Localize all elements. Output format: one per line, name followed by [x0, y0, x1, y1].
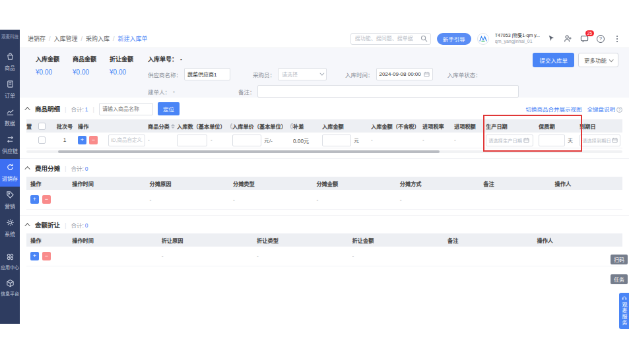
- exchange-arrows-icon: [6, 135, 15, 145]
- shelf-life-input[interactable]: [539, 135, 565, 146]
- col-price: 入库单价（基本单位）?: [232, 122, 293, 130]
- sidebar-item-label: 系统: [5, 230, 15, 237]
- row-checkbox[interactable]: [38, 136, 46, 144]
- select-all-checkbox[interactable]: [38, 123, 46, 130]
- products-links: 切换商品合并展示视图 全键盘说明?: [525, 105, 622, 113]
- add-discount-button[interactable]: +: [30, 252, 39, 260]
- sidebar-item-supply-chain[interactable]: 供应链: [0, 131, 20, 159]
- cycle-icon: [6, 163, 15, 173]
- locate-button[interactable]: 定位: [158, 102, 180, 115]
- collapse-icon[interactable]: [24, 166, 30, 171]
- inbound-time-picker[interactable]: 2024-09-08 00:00: [376, 68, 433, 80]
- headset-icon: [622, 295, 627, 301]
- delete-row-button[interactable]: −: [89, 136, 98, 144]
- fees-row: + − - - - -: [26, 190, 622, 210]
- add-row-button[interactable]: +: [78, 136, 86, 144]
- sidebar-item-data[interactable]: 数据: [0, 104, 20, 131]
- more-menu-icon[interactable]: [612, 34, 622, 44]
- sidebar-item-label: 信息平台: [1, 290, 19, 297]
- avatar[interactable]: [477, 33, 489, 45]
- invite-user-icon[interactable]: [562, 34, 573, 44]
- fees-section-header: 费用分摊 | 合计:0: [20, 159, 629, 177]
- shelf-unit: 天: [568, 136, 573, 144]
- content-area: 商品明细 | 合计:1 | 定位 切换商品合并展示视图 全键盘说明?: [20, 98, 629, 324]
- sidebar-item-marketing[interactable]: 营销: [0, 187, 20, 214]
- collapse-icon[interactable]: [24, 107, 30, 112]
- status-label: 入库单状态：: [447, 71, 481, 78]
- more-actions-button[interactable]: 更多功能: [578, 53, 618, 67]
- app-center-icon: [6, 253, 15, 262]
- discount-reason: -: [158, 253, 253, 260]
- breadcrumb-item[interactable]: 进销存: [28, 34, 46, 43]
- sidebar-item-inventory[interactable]: 进销存: [0, 159, 20, 187]
- product-code-input[interactable]: [108, 135, 145, 146]
- batch-no: 1: [54, 137, 78, 143]
- main-area: 进销存 / 入库管理 / 采购入库 / 新建入库单 新手引导 T47053 |物…: [20, 30, 629, 324]
- breadcrumb-item[interactable]: 入库管理: [54, 34, 78, 43]
- remark-input[interactable]: [257, 85, 519, 98]
- scan-button[interactable]: 扫码: [611, 255, 628, 264]
- discounts-total: 合计:0: [71, 221, 88, 229]
- col-pin: 置: [26, 122, 38, 130]
- messages-icon[interactable]: 25: [579, 34, 589, 44]
- pointer-icon[interactable]: [546, 34, 556, 44]
- submit-inbound-button[interactable]: 提交入库单: [533, 53, 574, 67]
- buyer-select[interactable]: 请选择: [278, 68, 327, 80]
- section-title: 金额折让: [35, 220, 60, 229]
- diff-value: 0.00元: [293, 136, 322, 144]
- creator-value: -: [173, 88, 175, 95]
- due-date-picker[interactable]: 请选择到期日: [579, 135, 620, 146]
- section-title: 费用分摊: [35, 164, 60, 173]
- add-fee-button[interactable]: +: [30, 195, 39, 204]
- search-icon[interactable]: [420, 33, 428, 45]
- products-section: 商品明细 | 合计:1 | 定位 切换商品合并展示视图 全键盘说明?: [20, 98, 629, 153]
- topbar: 进销存 / 入库管理 / 采购入库 / 新建入库单 新手引导 T47053 |物…: [20, 30, 629, 48]
- breadcrumb-item[interactable]: 采购入库: [86, 34, 110, 43]
- sidebar-item-goods[interactable]: 商品: [0, 48, 20, 76]
- calendar-icon: [523, 137, 529, 143]
- col-category[interactable]: 商品分类: [148, 122, 177, 130]
- qty-input[interactable]: [177, 135, 207, 146]
- products-table-header: 置 批次号 操作 商品分类 入库数（基本单位）? 入库单: [26, 119, 622, 133]
- stat-goods-amount: 商品金额 ¥0.00: [73, 55, 96, 98]
- breadcrumb-separator: /: [49, 36, 51, 42]
- scrollbar-thumb[interactable]: [58, 150, 440, 153]
- switch-view-link[interactable]: 切换商品合并展示视图: [525, 105, 581, 113]
- task-button[interactable]: 任务: [611, 274, 628, 284]
- chevron-down-icon: [609, 57, 614, 62]
- sidebar: 观麦科技 商品 订单 数据 供应链 进销存: [0, 30, 20, 324]
- user-account: qm_yangjinhai_01: [495, 39, 540, 45]
- gear-icon: [6, 218, 15, 228]
- delete-fee-button[interactable]: −: [42, 195, 51, 204]
- price-input[interactable]: [232, 135, 261, 146]
- price-unit: 元/-: [264, 136, 273, 144]
- breadcrumb-current: 新建入库单: [118, 34, 148, 43]
- band-actions: 提交入库单 更多功能: [533, 53, 618, 67]
- guide-button[interactable]: 新手引导: [437, 33, 471, 45]
- service-ribbon[interactable]: 观麦服务: [619, 293, 629, 329]
- global-search-input[interactable]: [355, 36, 420, 42]
- sidebar-item-app-center[interactable]: 应用中心: [0, 249, 20, 275]
- amount-input[interactable]: [322, 135, 351, 146]
- product-search-input[interactable]: [99, 103, 153, 115]
- form-row-2: 建单人： - 备注：: [148, 85, 629, 98]
- user-info[interactable]: T47053 |物集1-qm y... qm_yangjinhai_01: [495, 33, 540, 45]
- sidebar-item-system[interactable]: 系统: [0, 214, 20, 242]
- prod-date-picker[interactable]: 请选择生产日期: [486, 135, 533, 146]
- goods-bag-icon: [6, 52, 15, 62]
- user-name: T47053 |物集1-qm y...: [495, 33, 540, 39]
- supplier-input[interactable]: [184, 68, 230, 80]
- col-batch: 批次号: [54, 122, 78, 130]
- help-icon[interactable]: ?: [595, 34, 606, 44]
- keyboard-guide-link[interactable]: 全键盘说明?: [587, 105, 622, 113]
- amount-stats: 入库金额 ¥0.00 商品金额 ¥0.00 折让金额 ¥0.00: [36, 55, 133, 98]
- fee-method: -: [396, 197, 479, 203]
- sidebar-item-info-platform[interactable]: 信息平台: [0, 275, 20, 301]
- form-row-1: 供应商名称： 采购员： 请选择 入库时间： 2024-09-08 00:00: [148, 68, 629, 80]
- discounts-row: + − - - -: [26, 247, 622, 266]
- sidebar-item-orders[interactable]: 订单: [0, 76, 20, 104]
- collapse-icon[interactable]: [24, 223, 30, 228]
- delete-discount-button[interactable]: −: [42, 252, 51, 260]
- app-window: 观麦科技 商品 订单 数据 供应链 进销存: [0, 30, 629, 324]
- col-tax-amount: 进项税额: [454, 122, 486, 130]
